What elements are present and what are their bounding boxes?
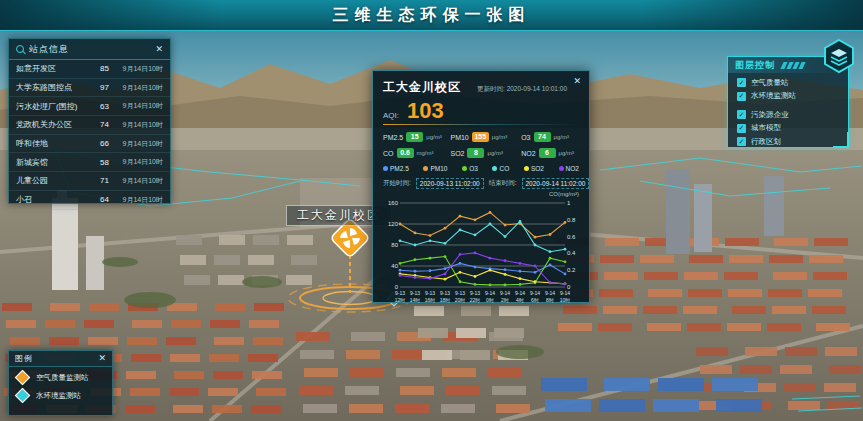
aqi-row: AQI: 103 [383,101,579,121]
legend-marker-icon [15,388,31,404]
station-name: 小召 [16,194,89,205]
legend-dot-icon [423,166,428,171]
svg-text:9-13: 9-13 [395,290,405,296]
start-time-label: 开始时间: [383,179,411,188]
pollutant-value-badge: 6 [539,148,556,158]
svg-text:0.2: 0.2 [567,267,576,273]
svg-text:9-14: 9-14 [560,290,570,296]
legend-panel-title: 图例 [15,353,98,364]
pollutant-unit: μg/m³ [559,150,574,156]
station-row[interactable]: 新城宾馆 58 9月14日10时 [9,153,170,172]
station-panel-header: 站点信息 [9,39,170,60]
svg-text:1: 1 [567,200,571,206]
legend-item[interactable]: NO2 [559,165,579,172]
legend-item[interactable]: PM2.5 [383,165,409,172]
legend-item[interactable]: SO2 [524,165,544,172]
station-update-time: 9月14日10时 [109,83,163,93]
svg-text:9-14: 9-14 [530,290,540,296]
legend-item[interactable]: O3 [462,165,478,172]
aqi-label: AQI: [383,111,399,120]
station-update-time: 9月14日10时 [109,157,163,167]
station-name: 污水处理厂(国控) [16,101,89,112]
header-stripes [782,62,804,69]
aqi-underline [383,124,581,125]
layer-item[interactable]: 污染源企业 [728,108,848,122]
station-update-time: 9月14日10时 [109,101,163,111]
start-time-input[interactable]: 2020-09-13 11:02:00 [416,178,484,189]
map-legend-label: 空气质量监测站 [36,373,89,383]
layer-checkbox[interactable] [737,78,746,87]
svg-text:9-13: 9-13 [455,290,465,296]
svg-text:9-13: 9-13 [410,290,420,296]
close-icon[interactable] [155,45,163,54]
layer-label: 行政区划 [751,137,781,147]
station-name: 如意开发区 [16,63,89,74]
legend-panel-header: 图例 [9,351,112,367]
layer-checkbox[interactable] [737,137,746,146]
layer-item[interactable]: 行政区划 [728,135,848,149]
layer-checkbox[interactable] [737,110,746,119]
layer-checkbox[interactable] [737,92,746,101]
svg-text:4时: 4时 [516,297,524,303]
end-time-input[interactable]: 2020-09-14 11:02:00 [522,178,590,189]
station-detail-popup: 工大金川校区 更新时间: 2020-09-14 10:01:00 AQI: 10… [372,70,590,303]
svg-text:14时: 14时 [410,297,421,303]
update-time-label: 更新时间: [477,85,505,92]
legend-item[interactable]: PM10 [423,165,447,172]
svg-text:16时: 16时 [425,297,436,303]
legend-label: CO [499,165,509,172]
chart-legend: PM2.5 PM10 O3 CO [383,165,579,172]
svg-text:20时: 20时 [455,297,466,303]
legend-close-icon[interactable] [98,354,106,363]
svg-text:9-14: 9-14 [485,290,495,296]
layer-item[interactable]: 城市模型 [728,122,848,136]
legend-dot-icon [492,166,497,171]
update-time: 更新时间: 2020-09-14 10:01:00 [477,85,567,94]
svg-text:9-14: 9-14 [515,290,525,296]
station-update-time: 9月14日10时 [109,195,163,205]
svg-text:10时: 10时 [560,297,571,303]
station-name: 儿童公园 [16,175,89,186]
station-name: 呼和佳地 [16,138,89,149]
pollutant-item: PM10 155 μg/m³ [450,132,521,142]
station-row[interactable]: 呼和佳地 66 9月14日10时 [9,135,170,154]
station-aqi-value: 63 [89,102,109,111]
station-row[interactable]: 污水处理厂(国控) 63 9月14日10时 [9,97,170,116]
popup-close-icon[interactable] [573,77,581,86]
popup-header: 工大金川校区 更新时间: 2020-09-14 10:01:00 [383,71,579,96]
layer-label: 水环境监测站 [751,91,796,101]
layer-label: 空气质量站 [751,78,789,88]
legend-dot-icon [462,166,467,171]
layer-panel-title: 图层控制 [735,59,775,72]
pollutant-item: SO2 8 μg/m³ [450,148,521,158]
station-update-time: 9月14日10时 [109,64,163,74]
station-row[interactable]: 如意开发区 85 9月14日10时 [9,60,170,79]
svg-text:80: 80 [391,242,398,248]
svg-text:0.4: 0.4 [567,250,576,256]
layer-item[interactable]: 空气质量站 [728,76,848,90]
pollutant-value-badge: 15 [406,132,423,142]
svg-text:160: 160 [388,200,399,206]
svg-text:12时: 12时 [395,297,406,303]
station-update-time: 9月14日10时 [109,120,163,130]
layer-item[interactable]: 水环境监测站 [728,90,848,104]
station-aqi-value: 58 [89,158,109,167]
map-legend-list: 空气质量监测站 水环境监测站 [9,367,112,403]
layers-hexagon-icon[interactable] [821,38,857,74]
station-aqi-value: 66 [89,139,109,148]
station-row[interactable]: 大学东路国控点 97 9月14日10时 [9,79,170,98]
station-row[interactable]: 党政机关办公区 74 9月14日10时 [9,116,170,135]
pollutant-item: PM2.5 15 μg/m³ [383,132,450,142]
map-legend-panel: 图例 空气质量监测站 水环境监测站 [8,350,113,416]
legend-label: PM2.5 [390,165,409,172]
pollutant-trend-chart: 0408012016000.20.40.60.819-1312时9-1314时9… [383,197,581,307]
legend-item[interactable]: CO [492,165,509,172]
station-name: 党政机关办公区 [16,119,89,130]
layer-label: 城市模型 [751,123,781,133]
layer-checkbox[interactable] [737,124,746,133]
pollutant-unit: mg/m³ [417,150,434,156]
station-row[interactable]: 儿童公园 71 9月14日10时 [9,172,170,191]
station-row[interactable]: 小召 64 9月14日10时 [9,191,170,210]
legend-dot-icon [524,166,529,171]
pollutant-name: SO2 [450,150,464,157]
